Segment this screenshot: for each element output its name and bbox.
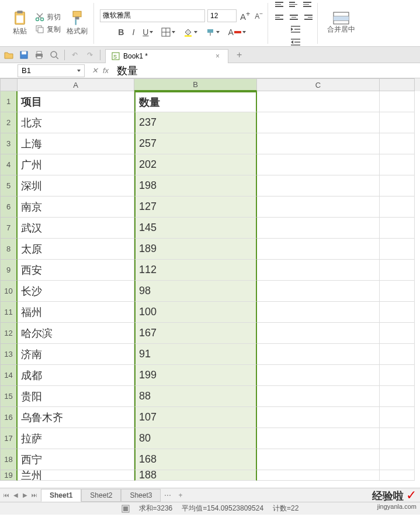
align-top-button[interactable] (274, 0, 286, 10)
cell[interactable]: 西宁 (18, 449, 134, 470)
row-header[interactable]: 1 (0, 91, 18, 112)
cell[interactable]: 西安 (18, 260, 134, 281)
row-header[interactable]: 12 (0, 323, 18, 344)
cell[interactable] (380, 302, 415, 323)
align-left-button[interactable] (274, 12, 286, 23)
grow-font-button[interactable]: A+ (239, 9, 251, 23)
fx-button[interactable]: fx (103, 66, 109, 75)
font-size-select[interactable] (207, 9, 237, 22)
cut-button[interactable]: 剪切 (33, 12, 63, 23)
cell[interactable]: 广州 (18, 154, 134, 175)
cell[interactable] (380, 386, 415, 407)
cell[interactable] (257, 470, 380, 481)
sheet-tab-1[interactable]: Sheet1 (41, 489, 81, 502)
cell[interactable] (257, 112, 380, 133)
cell[interactable] (380, 281, 415, 302)
font-color-button[interactable]: A (225, 26, 248, 38)
cell[interactable] (380, 239, 415, 260)
col-header-c[interactable]: C (257, 78, 380, 91)
row-header[interactable]: 9 (0, 260, 18, 281)
cell[interactable]: 南京 (18, 196, 134, 218)
cell[interactable] (380, 218, 415, 239)
decrease-indent-button[interactable] (290, 24, 301, 35)
cell[interactable] (257, 239, 380, 260)
cell-style-button[interactable] (203, 26, 222, 38)
cell[interactable]: 贵阳 (18, 386, 134, 407)
cell[interactable] (257, 91, 380, 112)
cancel-edit-button[interactable]: ✕ (92, 66, 98, 75)
document-tab[interactable]: S Book1 * × (105, 49, 228, 63)
cell[interactable] (380, 91, 415, 112)
align-middle-button[interactable] (288, 0, 300, 10)
cell[interactable]: 哈尔滨 (18, 323, 134, 344)
cell[interactable] (380, 365, 415, 386)
cell[interactable]: 太原 (18, 239, 134, 260)
cell[interactable] (380, 428, 415, 449)
cell[interactable]: 202 (134, 154, 257, 175)
cell[interactable] (380, 196, 415, 218)
cell[interactable] (380, 344, 415, 365)
cell[interactable]: 长沙 (18, 281, 134, 302)
cell[interactable] (257, 218, 380, 239)
cell[interactable] (380, 323, 415, 344)
close-tab-button[interactable]: × (213, 52, 222, 60)
cell[interactable]: 乌鲁木齐 (18, 407, 134, 428)
sheet-tab-3[interactable]: Sheet3 (121, 489, 161, 502)
sheet-nav-prev[interactable]: ◀ (12, 491, 20, 500)
row-header[interactable]: 14 (0, 365, 18, 386)
cell[interactable] (380, 470, 415, 481)
cell[interactable] (257, 344, 380, 365)
cell[interactable]: 189 (134, 239, 257, 260)
cell[interactable] (257, 386, 380, 407)
name-box[interactable]: B1 (18, 64, 85, 77)
sheet-nav-last[interactable]: ⏭ (30, 491, 39, 500)
sheet-more-button[interactable]: ⋯ (161, 491, 175, 499)
cell[interactable] (380, 449, 415, 470)
cell[interactable] (380, 407, 415, 428)
merge-center-button[interactable]: 合并居中 (324, 11, 359, 36)
cell[interactable]: 127 (134, 196, 257, 218)
formula-input[interactable] (113, 64, 420, 77)
cell[interactable] (257, 196, 380, 218)
redo-button[interactable]: ↷ (85, 50, 95, 60)
cell[interactable]: 188 (134, 470, 257, 481)
col-header-a[interactable]: A (18, 78, 134, 91)
cell[interactable]: 100 (134, 302, 257, 323)
open-folder-button[interactable] (4, 50, 14, 60)
spreadsheet-grid[interactable]: A B C 1项目数量2北京2373上海2574广州2025深圳1986南京12… (0, 78, 420, 488)
cell[interactable]: 257 (134, 133, 257, 154)
copy-button[interactable]: 复制 (33, 24, 63, 35)
row-header[interactable]: 11 (0, 302, 18, 323)
new-tab-button[interactable]: + (233, 50, 245, 60)
cell[interactable]: 拉萨 (18, 428, 134, 449)
cell[interactable]: 济南 (18, 344, 134, 365)
save-button[interactable] (19, 50, 29, 60)
cell[interactable] (380, 260, 415, 281)
row-header[interactable]: 5 (0, 175, 18, 196)
print-preview-button[interactable] (49, 50, 60, 60)
underline-button[interactable]: U (140, 26, 155, 38)
cell[interactable]: 107 (134, 407, 257, 428)
select-all-corner[interactable] (0, 78, 18, 91)
sheet-nav-next[interactable]: ▶ (21, 491, 29, 500)
row-header[interactable]: 19 (0, 470, 18, 481)
sheet-add-button[interactable]: + (175, 491, 186, 499)
cell[interactable] (257, 175, 380, 196)
italic-button[interactable]: I (130, 26, 137, 38)
increase-indent-button[interactable] (290, 37, 301, 47)
cell[interactable]: 112 (134, 260, 257, 281)
row-header[interactable]: 8 (0, 239, 18, 260)
align-bottom-button[interactable] (302, 0, 314, 10)
cell[interactable] (380, 112, 415, 133)
cell[interactable]: 上海 (18, 133, 134, 154)
cell[interactable] (257, 449, 380, 470)
cell[interactable]: 145 (134, 218, 257, 239)
undo-button[interactable]: ↶ (70, 50, 80, 60)
cell[interactable] (257, 407, 380, 428)
fill-color-button[interactable] (181, 26, 200, 38)
align-center-button[interactable] (288, 12, 300, 23)
cell[interactable]: 项目 (18, 91, 134, 112)
cell[interactable]: 兰州 (18, 470, 134, 481)
shrink-font-button[interactable]: A− (254, 9, 264, 22)
row-header[interactable]: 4 (0, 154, 18, 175)
